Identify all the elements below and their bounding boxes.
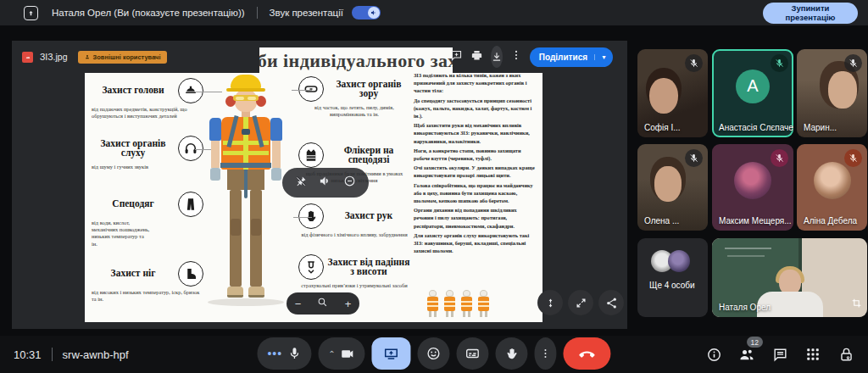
participant-tile-maryna[interactable]: Марин... bbox=[797, 49, 867, 137]
camera-button[interactable]: ⌃ bbox=[318, 337, 364, 370]
magnifier-icon[interactable] bbox=[317, 297, 328, 310]
mic-off-icon bbox=[771, 54, 788, 72]
volume-icon[interactable] bbox=[319, 175, 331, 191]
mic-off-icon bbox=[844, 54, 862, 72]
raise-hand-button[interactable] bbox=[496, 337, 528, 370]
ppe-item-ears: Захист органів слуху від шуму і гучних з… bbox=[92, 136, 203, 170]
zoom-out-button[interactable]: − bbox=[295, 298, 302, 310]
image-file-icon bbox=[22, 52, 33, 63]
stop-sharing-button[interactable] bbox=[372, 337, 411, 370]
shared-screen-actions bbox=[537, 290, 624, 315]
camera-icon bbox=[341, 347, 355, 361]
more-controls-button[interactable] bbox=[535, 337, 557, 370]
share-button[interactable]: Поділитися ▼ bbox=[530, 47, 613, 67]
meet-bottom-bar: 10:31 srw-awnb-hpf ••• ⌃ bbox=[0, 336, 868, 373]
participant-tile-natalia[interactable]: Наталя Орел bbox=[712, 238, 867, 317]
participant-tile-maksym[interactable]: Максим Мещеря... bbox=[712, 144, 793, 231]
audio-options-icon[interactable]: ••• bbox=[267, 347, 282, 360]
reactions-button[interactable] bbox=[418, 337, 450, 370]
group-avatars bbox=[651, 250, 690, 272]
scroll-pages-button[interactable] bbox=[537, 290, 563, 315]
share-dropdown-caret[interactable]: ▼ bbox=[594, 54, 613, 60]
chat-button[interactable] bbox=[770, 344, 790, 365]
tile-hover-controls bbox=[282, 168, 369, 198]
connector-line bbox=[292, 90, 312, 91]
more-options-icon[interactable] bbox=[510, 49, 522, 64]
end-call-button[interactable] bbox=[564, 337, 611, 370]
host-controls-button[interactable] bbox=[836, 344, 856, 365]
participant-tile-sofia[interactable]: Софія І... bbox=[637, 49, 708, 137]
avatar bbox=[734, 162, 771, 199]
harness-icon bbox=[298, 254, 324, 280]
ppe-item-hands: Захист рук від фізичного і хімічного впл… bbox=[298, 203, 410, 238]
vest-icon bbox=[298, 142, 324, 168]
call-controls: ••• ⌃ bbox=[257, 337, 610, 370]
clock: 10:31 bbox=[14, 348, 42, 361]
workers-group-image bbox=[426, 290, 491, 317]
ppe-item-feet: Захист ніг від високих і низьких темпера… bbox=[92, 261, 203, 303]
zoom-in-button[interactable]: + bbox=[345, 298, 352, 310]
ppe-item-fall: Захист від падіння з висоти страхувальні… bbox=[298, 254, 410, 289]
unpin-icon[interactable] bbox=[295, 175, 308, 191]
crop-tile-icon[interactable] bbox=[851, 297, 862, 312]
meeting-code: srw-awnb-hpf bbox=[63, 348, 129, 361]
fullscreen-button[interactable] bbox=[568, 290, 593, 315]
mic-off-icon bbox=[771, 149, 788, 167]
meeting-details-button[interactable] bbox=[704, 344, 724, 365]
participant-tile-alina[interactable]: Аліна Дебела bbox=[797, 144, 867, 231]
participant-count-badge: 12 bbox=[747, 337, 763, 348]
remove-tile-icon[interactable] bbox=[343, 175, 356, 191]
ppe-item-clothing: Спецодяг від води, кислот, механічних по… bbox=[92, 192, 203, 248]
avatar: A bbox=[736, 70, 770, 103]
presentation-audio-toggle[interactable] bbox=[352, 6, 381, 19]
activities-button[interactable] bbox=[803, 344, 823, 365]
drive-toolbar: Поділитися ▼ bbox=[453, 41, 627, 73]
ppe-item-head: Захист голови від падаючих предметів, ко… bbox=[92, 78, 203, 120]
mic-button[interactable]: ••• bbox=[257, 337, 311, 370]
divider bbox=[257, 7, 258, 19]
glove-icon bbox=[298, 203, 324, 229]
add-comment-icon[interactable] bbox=[450, 49, 463, 65]
participant-tile-olena[interactable]: Олена ... bbox=[637, 144, 708, 231]
document-text-panel: ЗІЗ поділяють на кілька типів, кожен з я… bbox=[414, 71, 537, 256]
share-icon[interactable] bbox=[598, 290, 624, 315]
ppe-item-eyes: Захист органів зору від часток, що летят… bbox=[298, 76, 410, 118]
stop-presentation-button[interactable]: Зупинити презентацію bbox=[763, 3, 858, 24]
captions-button[interactable] bbox=[457, 337, 489, 370]
shared-screen: Засоби індивідуального захисту Захист го… bbox=[12, 41, 627, 329]
mic-icon bbox=[287, 347, 301, 360]
more-participants-tile[interactable]: Ще 4 особи bbox=[637, 238, 708, 317]
mic-off-icon bbox=[844, 149, 862, 167]
print-icon[interactable] bbox=[470, 49, 483, 65]
presentation-top-bar: Наталя Орел (Ви (показуєте презентацію))… bbox=[0, 0, 868, 25]
external-users-badge[interactable]: Зовнішні користувачі bbox=[78, 51, 167, 64]
presenter-label: Наталя Орел (Ви (показуєте презентацію)) bbox=[52, 8, 245, 18]
camera-options-icon[interactable]: ⌃ bbox=[328, 349, 335, 359]
goggles-icon bbox=[298, 76, 324, 102]
participant-tile-anastasiia[interactable]: A Анастасія Слєпаченко bbox=[712, 49, 793, 137]
document-zoom-controls: − + bbox=[287, 292, 359, 315]
download-button[interactable] bbox=[491, 46, 503, 68]
worker-illustration bbox=[200, 73, 292, 312]
participants-button[interactable]: 12 bbox=[737, 344, 757, 365]
presenting-icon bbox=[24, 6, 38, 20]
divider bbox=[52, 348, 53, 361]
avatar bbox=[814, 162, 851, 199]
file-name: ЗІЗ.jpg bbox=[40, 52, 68, 62]
drive-file-chip: ЗІЗ.jpg Зовнішні користувачі bbox=[12, 41, 259, 73]
speaker-icon bbox=[368, 7, 380, 19]
mic-off-icon bbox=[685, 54, 703, 72]
presentation-audio-label: Звук презентації bbox=[270, 8, 343, 18]
mic-off-icon bbox=[685, 149, 703, 167]
connector-line bbox=[293, 217, 312, 218]
